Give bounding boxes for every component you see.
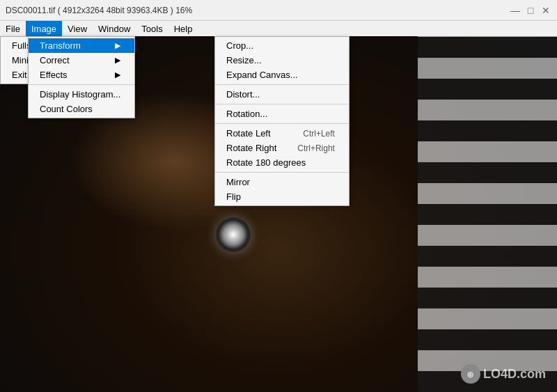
menu-file[interactable]: File xyxy=(0,21,26,36)
stripes-decoration xyxy=(418,36,557,392)
menu-view[interactable]: View xyxy=(62,21,93,36)
transform-expand-canvas[interactable]: Expand Canvas... xyxy=(215,68,349,82)
menu-window[interactable]: Window xyxy=(93,21,136,36)
image-dropdown: Transform ▶ Correct ▶ Effects ▶ Display … xyxy=(28,36,135,118)
watermark-icon: ◎ xyxy=(461,364,480,384)
maximize-button[interactable]: □ xyxy=(525,5,536,16)
menu-image[interactable]: Image xyxy=(26,21,62,36)
transform-rotate-left[interactable]: Rotate Left Ctrl+Left xyxy=(215,126,349,141)
sep2 xyxy=(215,104,349,104)
title-bar: DSC00011.tif ( 4912x3264 48bit 93963.4KB… xyxy=(0,0,557,21)
image-transform[interactable]: Transform ▶ xyxy=(29,38,134,53)
transform-submenu: Crop... Resize... Expand Canvas... Disto… xyxy=(214,36,350,206)
menu-help[interactable]: Help xyxy=(168,21,198,36)
transform-distort[interactable]: Distort... xyxy=(215,87,349,102)
minimize-button[interactable]: — xyxy=(510,5,521,16)
transform-rotate-180[interactable]: Rotate 180 degrees xyxy=(215,155,349,170)
watermark: ◎ LO4D.com xyxy=(461,364,546,384)
title-bar-text: DSC00011.tif ( 4912x3264 48bit 93963.4KB… xyxy=(6,6,192,15)
transform-flip[interactable]: Flip xyxy=(215,189,349,204)
transform-resize[interactable]: Resize... xyxy=(215,53,349,68)
image-separator xyxy=(29,84,134,85)
transform-rotation[interactable]: Rotation... xyxy=(215,107,349,121)
image-effects[interactable]: Effects ▶ xyxy=(29,68,134,82)
image-correct[interactable]: Correct ▶ xyxy=(29,53,134,68)
watermark-text: LO4D.com xyxy=(483,367,546,382)
menu-bar: File Image View Window Tools Help xyxy=(0,21,557,36)
transform-rotate-right[interactable]: Rotate Right Ctrl+Right xyxy=(215,141,349,155)
sep1 xyxy=(215,84,349,85)
sep3 xyxy=(215,123,349,124)
menu-tools[interactable]: Tools xyxy=(136,21,168,36)
image-display-histogram[interactable]: Display Histogram... xyxy=(29,87,134,102)
cat-eye xyxy=(216,217,251,252)
transform-crop[interactable]: Crop... xyxy=(215,38,349,53)
sep4 xyxy=(215,172,349,173)
transform-mirror[interactable]: Mirror xyxy=(215,175,349,189)
close-button[interactable]: ✕ xyxy=(540,5,551,16)
title-bar-controls: — □ ✕ xyxy=(510,5,551,16)
image-count-colors[interactable]: Count Colors xyxy=(29,102,134,116)
